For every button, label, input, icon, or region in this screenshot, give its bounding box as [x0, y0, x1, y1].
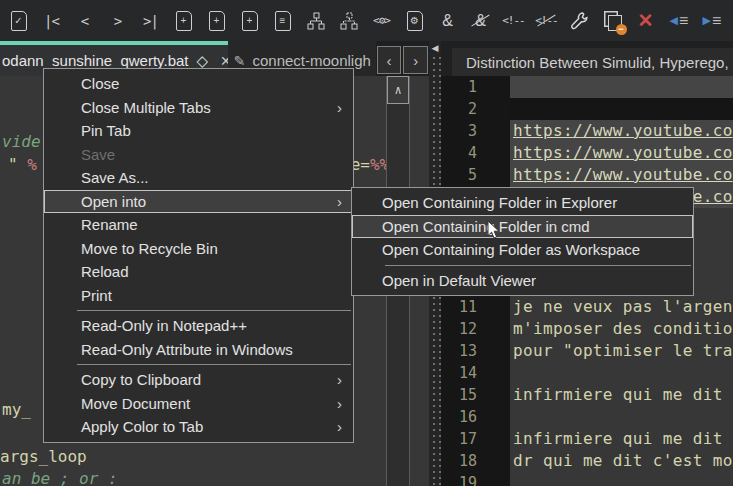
- menu-item-copy-to-clipboard[interactable]: Copy to Clipboard›: [44, 368, 353, 392]
- code-fragment: " %: [8, 155, 37, 174]
- icon-glyph: |<: [44, 13, 59, 29]
- indent-icon[interactable]: ▶≡: [695, 4, 728, 38]
- line-text[interactable]: m'imposer des conditio: [510, 318, 733, 340]
- menu-item-label: Open in Default Viewer: [382, 272, 536, 289]
- line-number: 3: [441, 120, 510, 142]
- line-number: 1: [441, 76, 510, 98]
- menu-item-label: Save As...: [81, 169, 149, 186]
- menu-item-move-document[interactable]: Move Document›: [44, 392, 353, 416]
- icon-glyph: >|: [143, 13, 158, 29]
- menu-item-open-folder-explorer[interactable]: Open Containing Folder in Explorer: [352, 191, 693, 215]
- ampersand-disabled-icon[interactable]: &: [464, 4, 497, 38]
- line-number: 2: [441, 98, 510, 120]
- lines-glyph: ≡: [679, 12, 688, 30]
- submenu-arrow-icon: ›: [337, 415, 342, 439]
- menu-item-print[interactable]: Print: [44, 284, 353, 308]
- document-outline: ⚙: [407, 11, 423, 31]
- go-to-last-tab-icon[interactable]: >|: [134, 4, 167, 38]
- tree-structure-dashed-icon[interactable]: [332, 4, 365, 38]
- menu-item-read-only-windows[interactable]: Read-Only Attribute in Windows: [44, 338, 353, 362]
- line-text[interactable]: [510, 76, 733, 98]
- blue-arrow-glyph: ◀: [670, 14, 678, 27]
- splitter-collapse-icon[interactable]: ◀: [429, 43, 441, 53]
- document-check-icon[interactable]: ✓: [2, 4, 35, 38]
- menu-item-save-as[interactable]: Save As...: [44, 166, 353, 190]
- icon-glyph: ≡: [280, 16, 286, 26]
- menu-item-read-only-notepad[interactable]: Read-Only in Notepad++: [44, 314, 353, 338]
- menu-item-open-default-viewer[interactable]: Open in Default Viewer: [352, 269, 693, 293]
- icon-glyph: &: [475, 12, 486, 30]
- wrench-icon[interactable]: [563, 4, 596, 38]
- menu-item-pin-tab[interactable]: Pin Tab: [44, 119, 353, 143]
- menu-item-close[interactable]: Close: [44, 72, 353, 96]
- close-tab-icon[interactable]: ✕: [220, 53, 228, 69]
- pin-tab-icon[interactable]: ◇: [197, 52, 209, 70]
- line-text[interactable]: [510, 472, 733, 486]
- menu-item-open-into[interactable]: Open into›: [44, 190, 353, 214]
- tab-label: odann_sunshine_qwerty.bat: [2, 52, 189, 69]
- comment-icon[interactable]: <!--: [497, 4, 530, 38]
- minus-badge: −: [616, 24, 627, 35]
- editor-line: 3https://www.youtube.co: [441, 120, 733, 142]
- editor-line: 15infirmiere qui me dit: [441, 384, 733, 406]
- tab-label: connect-moonligh: [252, 52, 370, 69]
- menu-item-reload[interactable]: Reload: [44, 260, 353, 284]
- line-text[interactable]: je ne veux pas l'argen: [510, 296, 733, 318]
- code-gear-icon[interactable]: <⚙>: [365, 4, 398, 38]
- ampersand-icon[interactable]: &: [431, 4, 464, 38]
- menu-item-open-folder-cmd[interactable]: Open Containing Folder in cmd: [352, 215, 693, 239]
- editor-line: 13pour "optimiser le tra: [441, 340, 733, 362]
- document-gear-icon[interactable]: ⚙: [398, 4, 431, 38]
- submenu-arrow-icon: ›: [337, 392, 342, 416]
- line-text[interactable]: dr qui me dit c'est mo: [510, 450, 733, 472]
- editor-line: 2: [441, 98, 733, 120]
- scrollbar-up-button[interactable]: ∧: [387, 76, 409, 104]
- go-to-next-icon[interactable]: >: [101, 4, 134, 38]
- line-text[interactable]: infirmiere qui me dit: [510, 384, 733, 406]
- chevron-left-icon: ‹: [386, 52, 391, 69]
- line-text[interactable]: [510, 406, 733, 428]
- url-link-text[interactable]: https://www.youtube.co: [510, 142, 733, 164]
- menu-item-apply-color-to-tab[interactable]: Apply Color to Tab›: [44, 415, 353, 439]
- menu-item-label: Print: [81, 287, 112, 304]
- line-text[interactable]: [510, 362, 733, 384]
- line-text[interactable]: infirmiere qui me dit: [510, 428, 733, 450]
- menu-item-close-multiple-tabs[interactable]: Close Multiple Tabs›: [44, 96, 353, 120]
- percent-variable: %: [27, 155, 37, 174]
- chevron-right-icon: ›: [413, 52, 418, 69]
- document-lines-icon[interactable]: ≡: [266, 4, 299, 38]
- menu-separator: [385, 265, 691, 266]
- document-add-icon-a[interactable]: +: [167, 4, 200, 38]
- menu-item-move-to-recycle-bin[interactable]: Move to Recycle Bin: [44, 237, 353, 261]
- notepad-plus-plus-window: ✓ |< < > >| + + + ≡ <⚙> ⚙ & & <!-- <!-- …: [0, 0, 733, 486]
- document-outline: ✓: [11, 11, 27, 31]
- menu-item-open-folder-workspace[interactable]: Open Containing Folder as Workspace: [352, 238, 693, 262]
- menu-item-rename[interactable]: Rename: [44, 213, 353, 237]
- document-add-icon-c[interactable]: +: [233, 4, 266, 38]
- toolbar: ✓ |< < > >| + + + ≡ <⚙> ⚙ & & <!-- <!-- …: [0, 0, 733, 41]
- icon-glyph: >: [114, 13, 121, 29]
- delete-icon[interactable]: ✕: [629, 4, 662, 38]
- scroll-tabs-right-button[interactable]: ›: [403, 46, 428, 74]
- editor-line: 12m'imposer des conditio: [441, 318, 733, 340]
- go-to-previous-icon[interactable]: <: [68, 4, 101, 38]
- line-text[interactable]: pour "optimiser le tra: [510, 340, 733, 362]
- menu-item-label: Open Containing Folder in cmd: [382, 218, 590, 235]
- icon-glyph: <!--: [535, 14, 558, 27]
- menu-item-label: Rename: [81, 216, 138, 233]
- tree-structure-icon[interactable]: [299, 4, 332, 38]
- copy-documents-icon[interactable]: −: [596, 4, 629, 38]
- tab-distinction-document[interactable]: Distinction Between Simulid, Hyperego, a: [452, 48, 733, 76]
- icon-glyph: &: [442, 12, 453, 30]
- unindent-icon[interactable]: ◀≡: [662, 4, 695, 38]
- scroll-tabs-left-button[interactable]: ‹: [377, 46, 402, 74]
- document-add-icon-b[interactable]: +: [200, 4, 233, 38]
- line-text[interactable]: [510, 98, 733, 120]
- editor-line: 1: [441, 76, 733, 98]
- go-to-first-tab-icon[interactable]: |<: [35, 4, 68, 38]
- uncomment-icon[interactable]: <!--: [530, 4, 563, 38]
- string-text: ": [8, 155, 27, 174]
- icon-glyph: ⚙: [410, 16, 419, 26]
- url-link-text[interactable]: https://www.youtube.co: [510, 164, 733, 186]
- url-link-text[interactable]: https://www.youtube.co: [510, 120, 733, 142]
